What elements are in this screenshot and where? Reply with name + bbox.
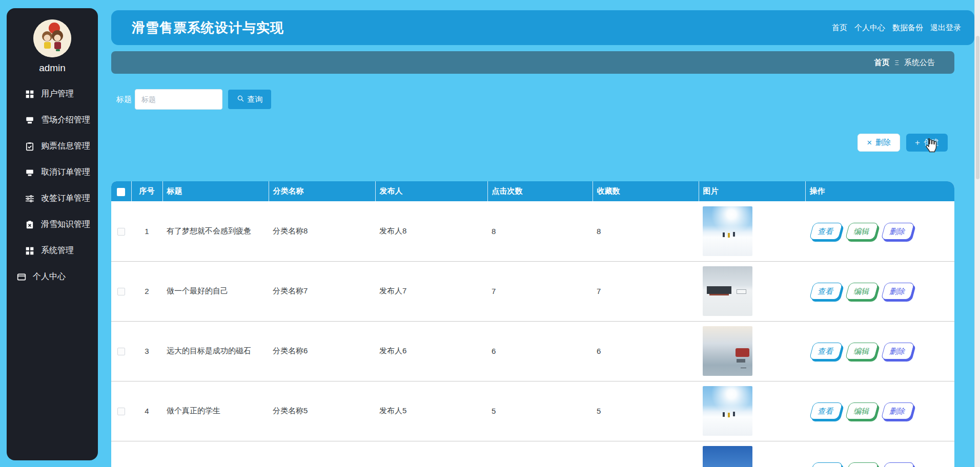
delete-row-button[interactable]: 删除 — [881, 223, 915, 240]
header-actions: 操作 — [805, 181, 954, 201]
inbox-icon — [25, 168, 34, 177]
view-button[interactable]: 查看 — [809, 223, 843, 240]
sidebar-item-2[interactable]: 雪场介绍管理 — [7, 107, 98, 133]
sidebar: admin 用户管理雪场介绍管理购票信息管理取消订单管理改签订单管理滑雪知识管理… — [7, 8, 98, 460]
announcement-table: 序号 标题 分类名称 发布人 点击次数 收藏数 图片 操作 1 有了梦想就不会感… — [111, 181, 954, 467]
delete-row-button[interactable]: 删除 — [881, 283, 915, 300]
row-actions: 查看 编辑 删除 — [809, 402, 954, 419]
row-actions: 查看 编辑 删除 — [809, 283, 954, 300]
create-button-label: 创建 — [924, 138, 939, 147]
table-row: 1 有了梦想就不会感到疲惫 分类名称8 发布人8 8 8 查看 编辑 删除 — [111, 201, 954, 261]
sliders-icon — [25, 194, 34, 203]
cell-publisher: 发布人7 — [375, 261, 487, 321]
grid-icon — [25, 90, 34, 99]
page-title: 滑雪售票系统设计与实现 — [132, 19, 284, 37]
header-index: 序号 — [131, 181, 162, 201]
scrollbar-thumb[interactable] — [976, 36, 979, 179]
sidebar-item-6[interactable]: 滑雪知识管理 — [7, 211, 98, 238]
search-input[interactable] — [135, 89, 222, 110]
cell-favorites: 6 — [593, 321, 699, 381]
select-all-checkbox[interactable] — [117, 188, 125, 196]
cell-clicks — [487, 441, 593, 467]
cell-title: 做一个最好的自己 — [162, 261, 269, 321]
username: admin — [7, 62, 98, 74]
row-image — [703, 446, 752, 467]
view-button[interactable]: 查看 — [809, 402, 843, 419]
cell-publisher — [375, 441, 487, 467]
cell-publisher: 发布人8 — [375, 201, 487, 261]
cell-title: 有了梦想就不会感到疲惫 — [162, 201, 269, 261]
sidebar-item-7[interactable]: 系统管理 — [7, 238, 98, 264]
edit-button[interactable]: 编辑 — [845, 223, 879, 240]
header-image: 图片 — [699, 181, 805, 201]
sidebar-item-label: 雪场介绍管理 — [41, 115, 90, 125]
avatar[interactable] — [33, 19, 71, 57]
search-label: 标题 — [116, 95, 132, 104]
query-button-label: 查询 — [248, 95, 263, 104]
query-button[interactable]: 查询 — [228, 90, 271, 109]
nav-personal-center[interactable]: 个人中心 — [854, 23, 885, 33]
app-header: 滑雪售票系统设计与实现 首页 个人中心 数据备份 退出登录 — [111, 10, 974, 45]
sidebar-item-label: 取消订单管理 — [41, 167, 90, 178]
header-clicks: 点击次数 — [487, 181, 593, 201]
cell-clicks: 6 — [487, 321, 593, 381]
cell-category: 分类名称6 — [269, 321, 375, 381]
sidebar-item-1[interactable]: 用户管理 — [7, 81, 98, 107]
row-checkbox[interactable] — [117, 348, 125, 355]
breadcrumb-current: 系统公告 — [904, 58, 935, 68]
clipboard-check-icon — [25, 142, 34, 151]
cell-index — [131, 441, 162, 467]
edit-button[interactable]: 编辑 — [845, 402, 879, 419]
sidebar-item-4[interactable]: 取消订单管理 — [7, 159, 98, 185]
cell-favorites: 7 — [593, 261, 699, 321]
nav-data-backup[interactable]: 数据备份 — [892, 23, 923, 33]
scrollbar-track[interactable] — [974, 0, 980, 467]
delete-button[interactable]: × 删除 — [858, 134, 900, 152]
view-button[interactable]: 查看 — [809, 283, 843, 300]
delete-row-button[interactable]: 删除 — [881, 343, 915, 359]
cell-favorites: 8 — [593, 201, 699, 261]
edit-button[interactable]: 编辑 — [845, 283, 879, 300]
avatar-image — [33, 19, 71, 57]
search-icon — [237, 95, 244, 104]
delete-row-button[interactable]: 删除 — [881, 462, 915, 467]
delete-row-button[interactable]: 删除 — [881, 402, 915, 419]
table-row: 3 远大的目标是成功的磁石 分类名称6 发布人6 6 6 查看 编辑 删除 — [111, 321, 954, 381]
table-header-row: 序号 标题 分类名称 发布人 点击次数 收藏数 图片 操作 — [111, 181, 954, 201]
row-actions: 查看 编辑 删除 — [809, 462, 954, 467]
row-checkbox[interactable] — [117, 408, 125, 415]
create-button[interactable]: + 创建 — [906, 134, 948, 152]
row-image — [703, 266, 752, 316]
row-checkbox[interactable] — [117, 228, 125, 236]
top-nav: 首页 个人中心 数据备份 退出登录 — [832, 23, 961, 33]
row-image — [703, 386, 752, 436]
sidebar-item-3[interactable]: 购票信息管理 — [7, 133, 98, 159]
header-title: 标题 — [162, 181, 269, 201]
cell-category: 分类名称7 — [269, 261, 375, 321]
row-image — [703, 326, 752, 376]
nav-home[interactable]: 首页 — [832, 23, 847, 33]
cell-category: 分类名称8 — [269, 201, 375, 261]
cell-clicks: 5 — [487, 381, 593, 441]
cell-favorites — [593, 441, 699, 467]
view-button[interactable]: 查看 — [809, 462, 843, 467]
sidebar-item-5[interactable]: 改签订单管理 — [7, 185, 98, 211]
edit-button[interactable]: 编辑 — [845, 343, 879, 359]
header-favorites: 收藏数 — [593, 181, 699, 201]
table-row: 查看 编辑 删除 — [111, 441, 954, 467]
row-actions: 查看 编辑 删除 — [809, 343, 954, 359]
edit-button[interactable]: 编辑 — [845, 462, 879, 467]
cell-index: 3 — [131, 321, 162, 381]
clipboard-x-icon — [25, 220, 34, 229]
close-icon: × — [867, 138, 872, 147]
cell-index: 4 — [131, 381, 162, 441]
sidebar-item-label: 个人中心 — [33, 271, 66, 282]
row-checkbox[interactable] — [117, 288, 125, 295]
breadcrumb-separator-icon: Ξ — [895, 59, 899, 67]
toolbar: × 删除 + 创建 — [111, 134, 948, 152]
nav-logout[interactable]: 退出登录 — [930, 23, 961, 33]
sidebar-item-personal-center[interactable]: 个人中心 — [7, 264, 98, 290]
view-button[interactable]: 查看 — [809, 343, 843, 359]
breadcrumb-home[interactable]: 首页 — [874, 58, 890, 68]
printer-icon — [25, 116, 34, 125]
